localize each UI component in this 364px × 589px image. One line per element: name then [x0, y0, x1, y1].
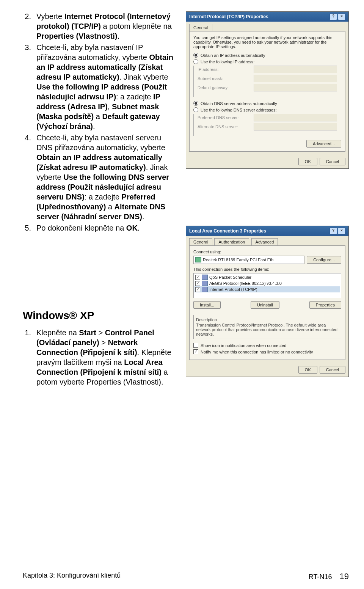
footer-right: RT-N16 19 [309, 572, 349, 581]
uses-label: This connection uses the following items… [193, 267, 341, 272]
list-number: 3. [23, 42, 31, 131]
close-icon[interactable]: × [338, 13, 345, 20]
tab-authentication[interactable]: Authentication [214, 238, 249, 245]
subnet-field [254, 75, 337, 82]
list-item: 5.Po dokončení klepněte na OK. [23, 223, 174, 233]
checkbox-icon[interactable]: ✓ [195, 281, 200, 286]
radio-obtain-ip[interactable] [193, 53, 198, 58]
list-item: 3.Chcete-li, aby byla nastavení IP přiřa… [23, 42, 174, 131]
tab-general[interactable]: General [189, 24, 212, 31]
dialog-lan-properties: Local Area Connection 3 Properties ? × G… [186, 226, 349, 377]
intro-text: You can get IP settings assigned automat… [193, 35, 341, 49]
list-body: Vyberte Internet Protocol (Internetový p… [36, 11, 174, 41]
xp-step-list: 1.Klepněte na Start > Control Panel (Ovl… [23, 328, 174, 387]
dialog-title: Local Area Connection 3 Properties [189, 228, 266, 234]
checkbox-tray[interactable] [193, 343, 198, 348]
ip-address-field [254, 66, 337, 73]
nic-field: Realtek RTL8139 Family PCI Fast Eth [193, 256, 304, 264]
footer-chapter: Kapitola 3: Konfigurování klientů [23, 572, 121, 581]
tab-general[interactable]: General [189, 238, 212, 245]
protocol-icon [202, 287, 208, 292]
list-item: 1.Klepněte na Start > Control Panel (Ovl… [23, 328, 174, 387]
gateway-field [254, 84, 337, 91]
ok-button[interactable]: OK [298, 158, 317, 165]
help-icon[interactable]: ? [329, 13, 337, 20]
radio-use-dns[interactable] [193, 107, 198, 112]
uninstall-button[interactable]: Uninstall [251, 301, 279, 309]
install-button[interactable]: Install... [193, 301, 221, 309]
protocol-icon [202, 281, 208, 286]
ok-button[interactable]: OK [298, 366, 317, 374]
checkbox-notify[interactable]: ✓ [193, 349, 198, 354]
list-body: Chcete-li, aby byla nastavení IP přiřazo… [36, 42, 174, 131]
checkbox-icon[interactable]: ✓ [195, 287, 200, 292]
close-icon[interactable]: × [338, 228, 345, 234]
help-icon[interactable]: ? [329, 228, 337, 234]
pref-dns-field [254, 114, 337, 121]
advanced-button[interactable]: Advanced... [306, 140, 341, 148]
protocol-listbox[interactable]: ✓QoS Packet Scheduler ✓AEGIS Protocol (I… [193, 273, 341, 298]
properties-button[interactable]: Properties [309, 301, 341, 309]
list-number: 2. [23, 11, 31, 41]
configure-button[interactable]: Configure... [307, 256, 341, 264]
list-item: 2.Vyberte Internet Protocol (Internetový… [23, 11, 174, 41]
protocol-icon [202, 275, 208, 280]
description-body: Transmission Control Protocol/Internet P… [196, 323, 339, 336]
list-body: Chcete-li, aby byla nastavení serveru DN… [36, 133, 174, 221]
cancel-button[interactable]: Cancel [320, 366, 345, 374]
tab-advanced[interactable]: Advanced [251, 238, 278, 245]
nic-icon [195, 257, 201, 262]
list-item: 4.Chcete-li, aby byla nastavení serveru … [23, 133, 174, 221]
list-number: 4. [23, 133, 31, 221]
cancel-button[interactable]: Cancel [320, 158, 345, 165]
alt-dns-field [254, 123, 337, 130]
list-body: Po dokončení klepněte na OK. [36, 223, 174, 233]
connect-using-label: Connect using: [193, 250, 341, 254]
dialog-title: Internet Protocol (TCP/IP) Properties [189, 14, 268, 19]
radio-use-ip[interactable] [193, 59, 198, 64]
description-heading: Description [196, 317, 339, 322]
checkbox-icon[interactable]: ✓ [195, 275, 200, 280]
dialog-ip-properties: Internet Protocol (TCP/IP) Properties ? … [186, 11, 349, 169]
list-number: 5. [23, 223, 31, 233]
radio-obtain-dns[interactable] [193, 101, 198, 106]
list-number: 1. [23, 328, 31, 387]
instruction-list: 2.Vyberte Internet Protocol (Internetový… [23, 11, 174, 233]
list-body: Klepněte na Start > Control Panel (Ovlád… [36, 328, 174, 387]
heading-windows-xp: Windows® XP [23, 309, 174, 322]
